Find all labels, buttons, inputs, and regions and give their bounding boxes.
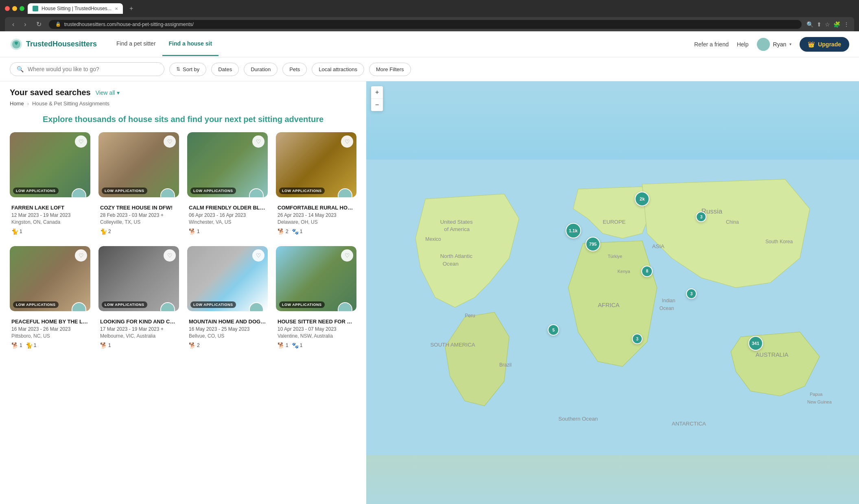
map-cluster[interactable]: 795 bbox=[586, 237, 600, 251]
save-button[interactable]: ♡ bbox=[252, 249, 264, 262]
pets-button[interactable]: Pets bbox=[282, 63, 307, 76]
maximize-dot[interactable] bbox=[20, 6, 24, 11]
duration-button[interactable]: Duration bbox=[244, 63, 278, 76]
zoom-out-button[interactable]: − bbox=[371, 99, 383, 111]
breadcrumb-home[interactable]: Home bbox=[10, 100, 24, 107]
pet-icon: 🐕 bbox=[11, 342, 18, 349]
breadcrumb: Home › House & Pet Sitting Assignments bbox=[10, 100, 356, 107]
save-button[interactable]: ♡ bbox=[164, 249, 176, 262]
listing-card[interactable]: LOW APPLICATIONS ♡ Looking for kind and … bbox=[98, 246, 179, 352]
local-attractions-button[interactable]: Local attractions bbox=[312, 63, 364, 76]
low-applications-badge: LOW APPLICATIONS bbox=[13, 188, 59, 194]
host-avatar-image bbox=[161, 189, 174, 197]
url-input[interactable]: 🔒 trustedhousesitters.com/house-and-pet-… bbox=[49, 20, 802, 29]
pet-item: 🐾 1 bbox=[292, 228, 303, 235]
reload-button[interactable]: ↻ bbox=[34, 20, 44, 29]
back-button[interactable]: ‹ bbox=[10, 20, 17, 29]
card-dates: 17 Mar 2023 - 19 Mar 2023 + bbox=[100, 326, 177, 332]
listing-card[interactable]: LOW APPLICATIONS ♡ Calm friendly older B… bbox=[187, 132, 268, 238]
search-input[interactable] bbox=[28, 66, 157, 72]
save-button[interactable]: ♡ bbox=[252, 135, 264, 148]
lock-icon: 🔒 bbox=[55, 22, 61, 27]
low-applications-badge: LOW APPLICATIONS bbox=[190, 188, 236, 194]
card-dates: 26 Apr 2023 - 14 May 2023 bbox=[278, 212, 355, 218]
svg-text:Brazil: Brazil bbox=[499, 362, 511, 368]
minimize-dot[interactable] bbox=[12, 6, 17, 11]
forward-button[interactable]: › bbox=[22, 20, 28, 29]
pet-item: 🐈 1 bbox=[26, 342, 37, 349]
listing-card[interactable]: LOW APPLICATIONS ♡ Comfortable Rural Hom… bbox=[276, 132, 356, 238]
view-all-button[interactable]: View all ▾ bbox=[96, 89, 120, 96]
save-button[interactable]: ♡ bbox=[341, 249, 353, 262]
save-button[interactable]: ♡ bbox=[341, 135, 353, 148]
close-dot[interactable] bbox=[5, 6, 10, 11]
map-cluster[interactable]: 1.1k bbox=[566, 223, 581, 238]
search-input-wrapper[interactable]: 🔍 bbox=[10, 62, 164, 76]
svg-text:Papua: Papua bbox=[810, 392, 823, 397]
zoom-in-button[interactable]: + bbox=[371, 86, 383, 99]
save-button[interactable]: ♡ bbox=[164, 135, 176, 148]
search-toolbar-icon[interactable]: 🔍 bbox=[807, 21, 813, 28]
card-title: Looking for kind and considerate... bbox=[100, 319, 177, 325]
listing-card[interactable]: LOW APPLICATIONS ♡ Mountain Home and Dog… bbox=[187, 246, 268, 352]
upgrade-button[interactable]: 👑 Upgrade bbox=[800, 37, 849, 52]
listing-card[interactable]: LOW APPLICATIONS ♡ House sitter need for… bbox=[276, 246, 356, 352]
card-title: Peaceful home by the lake bbox=[11, 319, 89, 325]
save-button[interactable]: ♡ bbox=[75, 135, 87, 148]
new-tab-button[interactable]: + bbox=[126, 3, 136, 14]
breadcrumb-separator: › bbox=[27, 100, 29, 107]
listing-card[interactable]: LOW APPLICATIONS ♡ Cozy Tree House in DF… bbox=[98, 132, 179, 238]
card-location: Melbourne, VIC, Australia bbox=[100, 333, 177, 339]
listing-card[interactable]: LOW APPLICATIONS ♡ FARREN LAKE LOFT 12 M… bbox=[10, 132, 90, 238]
bookmark-icon[interactable]: ☆ bbox=[825, 21, 830, 28]
pet-icon: 🐾 bbox=[292, 228, 299, 235]
pet-icon: 🐕 bbox=[278, 228, 284, 235]
listing-card[interactable]: LOW APPLICATIONS ♡ Peaceful home by the … bbox=[10, 246, 90, 352]
sort-by-button[interactable]: ⇅ Sort by bbox=[169, 63, 206, 76]
pet-icon: 🐕 bbox=[189, 228, 196, 235]
map-panel[interactable]: Russia EUROPE North Atlantic Ocean SOUTH… bbox=[366, 81, 859, 504]
map-cluster[interactable]: 341 bbox=[748, 336, 763, 351]
map-cluster[interactable]: 3 bbox=[632, 334, 643, 344]
logo-icon bbox=[10, 38, 23, 51]
card-image-wrap: LOW APPLICATIONS ♡ bbox=[276, 246, 356, 311]
map-cluster[interactable]: 3 bbox=[686, 288, 697, 299]
card-pets: 🐕 2 bbox=[189, 342, 266, 349]
card-image-wrap: LOW APPLICATIONS ♡ bbox=[276, 132, 356, 197]
svg-text:Kenya: Kenya bbox=[618, 269, 631, 274]
map-cluster[interactable]: 2k bbox=[635, 192, 649, 206]
nav-find-house-sit[interactable]: Find a house sit bbox=[162, 32, 219, 56]
map-cluster[interactable]: 8 bbox=[641, 266, 653, 277]
refer-friend-link[interactable]: Refer a friend bbox=[694, 41, 729, 48]
extension-icon[interactable]: 🧩 bbox=[833, 21, 840, 28]
logo[interactable]: TrustedHousesitters bbox=[10, 38, 97, 51]
pet-count: 2 bbox=[108, 229, 111, 234]
host-avatar-image bbox=[250, 303, 263, 311]
nav-find-pet-sitter[interactable]: Find a pet sitter bbox=[110, 32, 162, 56]
map-cluster[interactable]: 5 bbox=[548, 324, 559, 336]
svg-text:ANTARCTICA: ANTARCTICA bbox=[672, 421, 706, 427]
window-controls bbox=[5, 6, 24, 11]
settings-icon[interactable]: ⋮ bbox=[844, 21, 849, 28]
help-link[interactable]: Help bbox=[737, 41, 749, 48]
pet-count: 1 bbox=[197, 229, 200, 234]
svg-text:SOUTH AMERICA: SOUTH AMERICA bbox=[430, 342, 475, 348]
app-header: TrustedHousesitters Find a pet sitter Fi… bbox=[0, 31, 859, 57]
low-applications-badge: LOW APPLICATIONS bbox=[190, 301, 236, 308]
pet-icon: 🐕 bbox=[189, 342, 196, 349]
card-pets: 🐈 2 bbox=[100, 228, 177, 235]
host-avatar-image bbox=[250, 189, 263, 197]
more-filters-button[interactable]: More Filters bbox=[369, 63, 411, 76]
svg-text:Mexico: Mexico bbox=[425, 236, 441, 242]
share-icon[interactable]: ⬆ bbox=[817, 21, 822, 28]
pet-count: 2 bbox=[286, 229, 289, 234]
sort-icon: ⇅ bbox=[176, 66, 180, 72]
dates-button[interactable]: Dates bbox=[211, 63, 239, 76]
save-button[interactable]: ♡ bbox=[75, 249, 87, 262]
map-cluster[interactable]: 3 bbox=[696, 212, 706, 222]
active-tab[interactable]: House Sitting | TrustedHouses... ✕ bbox=[28, 3, 123, 14]
svg-text:Southern Ocean: Southern Ocean bbox=[558, 416, 598, 422]
user-menu[interactable]: Ryan ▾ bbox=[757, 38, 792, 51]
pet-item: 🐈 1 bbox=[11, 228, 22, 235]
tab-close-icon[interactable]: ✕ bbox=[115, 7, 118, 11]
